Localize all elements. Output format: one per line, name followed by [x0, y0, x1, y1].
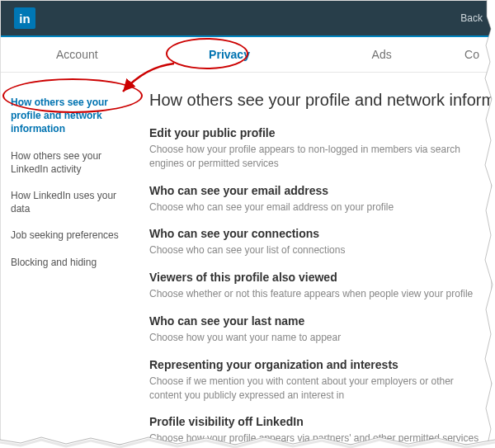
page-title: How others see your profile and network … — [149, 91, 483, 110]
sidebar-item-data-use[interactable]: How LinkedIn uses your data — [11, 182, 125, 222]
section-desc: Choose if we mention you with content ab… — [149, 375, 483, 403]
tab-privacy[interactable]: Privacy — [153, 37, 306, 72]
section-title: Who can see your connections — [149, 227, 483, 240]
section-title: Edit your public profile — [149, 126, 483, 139]
section-connections[interactable]: Who can see your connections Choose who … — [149, 227, 483, 257]
sidebar-item-job-seeking[interactable]: Job seeking preferences — [11, 222, 125, 248]
section-email[interactable]: Who can see your email address Choose wh… — [149, 184, 483, 215]
tab-account[interactable]: Account — [1, 37, 153, 72]
top-bar: in Back — [1, 1, 491, 35]
section-title: Viewers of this profile also viewed — [149, 271, 483, 284]
section-last-name[interactable]: Who can see your last name Choose how yo… — [149, 314, 483, 345]
sidebar-item-profile-visibility[interactable]: How others see your profile and network … — [11, 89, 125, 143]
section-org-interests[interactable]: Representing your organization and inter… — [149, 358, 483, 403]
section-desc: Choose who can see your list of connecti… — [149, 243, 483, 257]
section-desc: Choose who can see your email address on… — [149, 200, 483, 215]
tab-ads[interactable]: Ads — [305, 37, 458, 72]
section-title: Who can see your last name — [149, 314, 483, 328]
section-visibility-off[interactable]: Profile visibility off LinkedIn Choose h… — [149, 415, 483, 444]
sidebar: How others see your profile and network … — [1, 73, 133, 444]
section-title: Profile visibility off LinkedIn — [149, 415, 483, 428]
sidebar-item-activity[interactable]: How others see your LinkedIn activity — [11, 143, 125, 182]
section-title: Who can see your email address — [149, 184, 483, 197]
tab-communications[interactable]: Co — [458, 37, 491, 72]
sidebar-item-blocking[interactable]: Blocking and hiding — [11, 249, 125, 276]
main-panel: How others see your profile and network … — [133, 73, 491, 444]
section-desc: Choose how your profile appears via part… — [149, 431, 483, 444]
section-desc: Choose how your profile appears to non-l… — [149, 143, 483, 171]
linkedin-logo[interactable]: in — [14, 7, 35, 29]
section-viewers-also-viewed[interactable]: Viewers of this profile also viewed Choo… — [149, 271, 483, 301]
section-title: Representing your organization and inter… — [149, 358, 483, 371]
section-desc: Choose whether or not this feature appea… — [149, 287, 483, 301]
tab-bar: Account Privacy Ads Co — [1, 35, 491, 73]
section-public-profile[interactable]: Edit your public profile Choose how your… — [149, 126, 483, 171]
section-desc: Choose how you want your name to appear — [149, 331, 483, 345]
back-link[interactable]: Back — [460, 12, 483, 24]
